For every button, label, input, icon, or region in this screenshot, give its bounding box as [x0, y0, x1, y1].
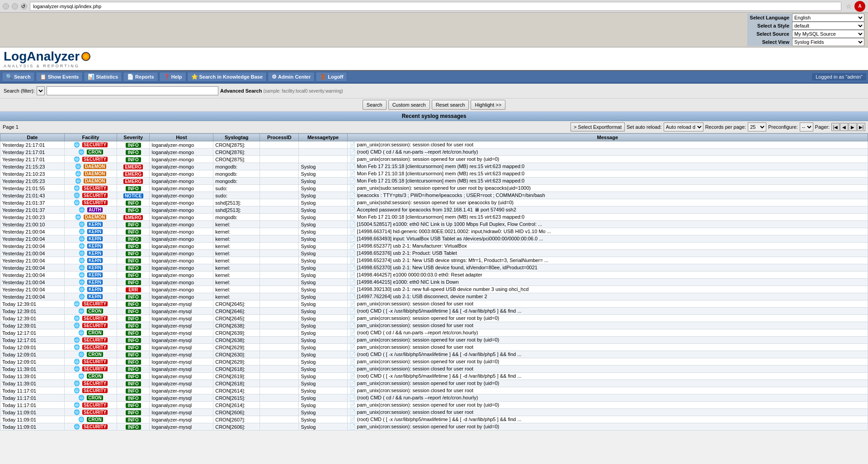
cell-syslogtag: CRON[2629]:	[213, 358, 260, 366]
cell-syslogtag: CRON[2629]:	[213, 344, 260, 351]
cell-processid	[260, 344, 299, 351]
nav-help[interactable]: ❓ Help	[159, 72, 186, 82]
col-message[interactable]: Message	[347, 134, 868, 141]
language-select[interactable]: English	[792, 14, 864, 22]
cell-message: 📄pam_unix(cron:session): session opened …	[347, 315, 868, 322]
search-nav-icon: 🔍	[6, 74, 13, 80]
cell-messagetype: Syslog	[299, 272, 347, 279]
col-host[interactable]: Host	[150, 134, 213, 141]
message-icon: 📄	[349, 156, 356, 162]
refresh-btn[interactable]: ↺	[21, 3, 27, 9]
view-select[interactable]: Syslog Fields	[792, 38, 864, 46]
cell-host: loganalyzer-mysql	[150, 358, 213, 366]
col-facility[interactable]: Facility	[64, 134, 117, 141]
message-icon: 📄	[349, 373, 356, 379]
message-icon: 📄	[349, 424, 356, 429]
prev-page-btn[interactable]: ◀	[840, 123, 848, 131]
nav-logoff[interactable]: 🚪 Logoff	[316, 72, 347, 82]
cell-date: Today 12:39:01	[0, 322, 65, 329]
records-per-page-select[interactable]: 2550100	[748, 122, 766, 131]
forward-btn[interactable]	[12, 3, 18, 9]
message-icon: 📄	[349, 272, 356, 277]
next-page-btn[interactable]: ▶	[849, 123, 857, 131]
col-date[interactable]: Date	[0, 134, 65, 141]
custom-search-button[interactable]: Custom search	[388, 100, 430, 110]
cell-syslogtag: kernel:	[213, 221, 260, 228]
table-row: Yesterday 21:01:55 🌐 SECURITY INFO logan…	[0, 185, 868, 192]
message-icon: 📄	[349, 250, 356, 256]
cell-severity: INFO	[117, 337, 150, 344]
cell-facility: 🌐 SECURITY	[64, 402, 117, 409]
url-bar[interactable]	[30, 2, 841, 11]
export-button[interactable]: > Select Exportformat	[571, 122, 625, 131]
table-header-row: Date Facility Severity Host Syslogtag Pr…	[0, 134, 868, 141]
severity-badge: ERR	[126, 287, 141, 292]
cell-message: 📄(root) CMD ( [ -x /usr/lib/php5/maxlife…	[347, 416, 868, 423]
search-dropdown[interactable]: ▼	[37, 86, 45, 95]
cell-facility: 🌐 SECURITY	[64, 192, 117, 199]
col-syslogtag[interactable]: Syslogtag	[213, 134, 260, 141]
auto-reload-select[interactable]: Auto reload d	[664, 122, 703, 131]
cell-syslogtag: kernel:	[213, 250, 260, 257]
severity-badge: INFO	[126, 201, 141, 206]
preconfigure-select[interactable]: --	[800, 122, 813, 131]
first-page-btn[interactable]: |◀	[831, 123, 840, 131]
message-icon: 📄	[349, 221, 356, 227]
facility-badge: SECURITY	[82, 316, 108, 321]
table-row: Yesterday 21:01:43 🌐 SECURITY NOTICE log…	[0, 192, 868, 199]
nav-reports[interactable]: 📄 Reports	[123, 72, 158, 82]
cell-message: 📄pam_unix(cron:session): session closed …	[347, 409, 868, 416]
col-severity[interactable]: Severity	[117, 134, 150, 141]
facility-badge: KERN	[87, 294, 103, 299]
cell-host: loganalyzer-mysql	[150, 337, 213, 344]
source-select[interactable]: My MySQL Source	[792, 30, 864, 38]
cell-message: 📄[14998.652374] usb 2-1: New USB device …	[347, 257, 868, 264]
severity-badge: INFO	[126, 410, 141, 415]
cell-messagetype: Syslog	[299, 206, 347, 214]
cell-host: loganalyzer-mongo	[150, 228, 213, 235]
message-icon: 📄	[349, 243, 356, 248]
cell-message: 📄[14998.392130] usb 2-1: new full-speed …	[347, 286, 868, 293]
cell-severity: INFO	[117, 250, 150, 257]
nav-admin[interactable]: ⚙ Admin Center	[268, 72, 315, 82]
search-button[interactable]: Search	[363, 100, 387, 110]
search-bar: Search (filter): ▼ Advanced Search (samp…	[0, 84, 868, 98]
facility-icon: 🌐	[78, 373, 85, 379]
cell-messagetype: Syslog	[299, 250, 347, 257]
cell-severity: INFO	[117, 366, 150, 373]
severity-badge: INFO	[126, 352, 141, 357]
nav-search[interactable]: 🔍 Search	[2, 72, 35, 82]
message-icon: 📄	[349, 258, 356, 263]
cell-syslogtag: sudo:	[213, 185, 260, 192]
table-row: Today 11:39:01 🌐 SECURITY INFO loganalyz…	[0, 380, 868, 387]
style-select[interactable]: default	[792, 22, 864, 30]
back-btn[interactable]	[3, 3, 9, 9]
message-icon: 📄	[349, 409, 356, 415]
facility-icon: 🌐	[78, 417, 85, 422]
cell-date: Yesterday 21:00:04	[0, 272, 65, 279]
col-processid[interactable]: ProcessID	[260, 134, 299, 141]
cell-syslogtag: CRON[2606]:	[213, 409, 260, 416]
nav-show-events[interactable]: 📋 Show Events	[36, 72, 83, 82]
cell-processid	[260, 308, 299, 315]
last-page-btn[interactable]: ▶|	[857, 123, 865, 131]
search-input[interactable]	[47, 86, 218, 95]
bookmark-icon[interactable]: ☆	[846, 3, 852, 10]
col-messagetype[interactable]: Messagetype	[299, 134, 347, 141]
cell-messagetype: Syslog	[299, 170, 347, 178]
severity-badge: INFO	[126, 338, 141, 343]
cell-message: 📄[14998.652370] usb 2-1: New USB device …	[347, 264, 868, 272]
facility-badge: DAEMON	[84, 164, 106, 169]
cell-date: Yesterday 21:00:04	[0, 228, 65, 235]
cell-facility: 🌐 CRON	[64, 329, 117, 337]
cell-syslogtag: sshd[2513]:	[213, 206, 260, 214]
cell-severity: INFO	[117, 235, 150, 243]
cell-date: Yesterday 21:00:04	[0, 279, 65, 286]
cell-date: Today 11:09:01	[0, 423, 65, 431]
nav-statistics[interactable]: 📊 Statistics	[84, 72, 122, 82]
highlight-button[interactable]: Highlight >>	[471, 100, 505, 110]
reset-search-button[interactable]: Reset search	[432, 100, 469, 110]
cell-syslogtag: kernel:	[213, 257, 260, 264]
facility-icon: 🌐	[74, 366, 80, 371]
nav-knowledge-base[interactable]: ⭐ Search in Knowledge Base	[187, 72, 267, 82]
